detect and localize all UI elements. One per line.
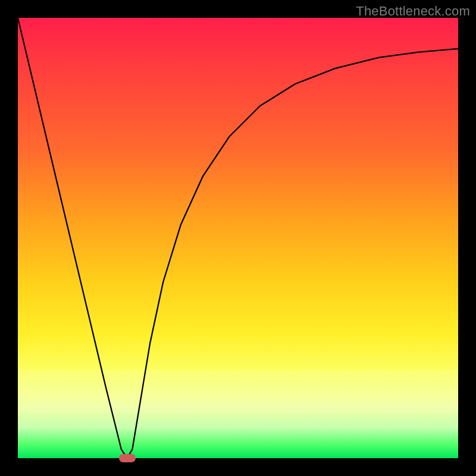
chart-frame: TheBottleneck.com bbox=[0, 0, 476, 476]
chart-curve bbox=[18, 18, 458, 458]
minimum-marker bbox=[119, 454, 136, 462]
watermark-text: TheBottleneck.com bbox=[356, 4, 470, 19]
